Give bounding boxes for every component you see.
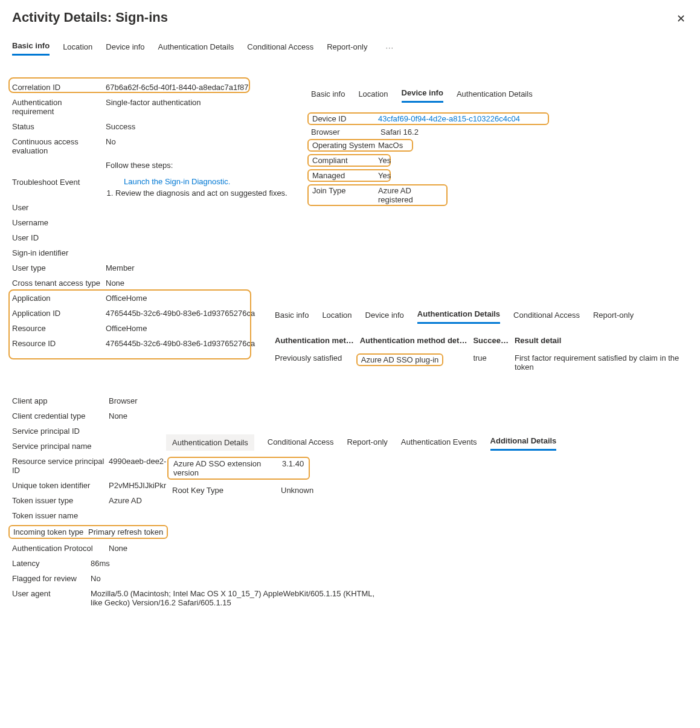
auth-tab-location[interactable]: Location xyxy=(322,308,352,323)
auth-details-table: Authentication met… Authentication metho… xyxy=(275,331,698,375)
auth-tab-report[interactable]: Report-only xyxy=(593,308,634,323)
label-application-id: Application ID xyxy=(12,309,106,318)
value-client-app: Browser xyxy=(109,396,688,405)
value-flagged: No xyxy=(91,574,688,583)
row-username: Username xyxy=(12,215,688,230)
device-info-panel: Basic info Location Device info Authenti… xyxy=(311,86,613,206)
label-os: Operating System xyxy=(312,141,378,150)
label-user-id: User ID xyxy=(12,233,106,242)
row-flagged: Flagged for review No xyxy=(12,571,688,586)
label-root-key-type: Root Key Type xyxy=(172,486,281,495)
label-status: Status xyxy=(12,122,106,131)
tab-report-only[interactable]: Report-only xyxy=(327,40,367,55)
value-cross-tenant: None xyxy=(106,279,688,288)
value-device-id[interactable]: 43cfaf69-0f94-4d2e-a815-c103226c4c04 xyxy=(378,114,544,123)
value-compliant: Yes xyxy=(378,156,391,165)
label-cross-tenant: Cross tenant access type xyxy=(12,279,106,288)
value-user-agent: Mozilla/5.0 (Macintosh; Intel Mac OS X 1… xyxy=(91,589,381,607)
row-client-app: Client app Browser xyxy=(12,393,688,408)
row-browser: Browser Safari 16.2 xyxy=(311,125,613,139)
value-application: OfficeHome xyxy=(106,294,688,303)
link-launch-diagnostic[interactable]: Launch the Sign-in Diagnostic. xyxy=(124,177,230,186)
label-sp-name: Service principal name xyxy=(12,442,109,451)
dev-tab-auth[interactable]: Authentication Details xyxy=(457,87,533,102)
addl-tab-additional-details[interactable]: Additional Details xyxy=(490,434,557,451)
label-resource-id: Resource ID xyxy=(12,339,106,348)
col-auth-method[interactable]: Authentication met… xyxy=(275,331,360,350)
dev-tab-location[interactable]: Location xyxy=(358,87,388,102)
label-uti: Unique token identifier xyxy=(12,481,109,490)
label-username: Username xyxy=(12,218,106,227)
label-device-id: Device ID xyxy=(312,114,378,123)
dev-tab-basic[interactable]: Basic info xyxy=(311,87,345,102)
col-auth-method-detail[interactable]: Authentication method det… xyxy=(360,331,474,350)
tab-basic-info[interactable]: Basic info xyxy=(12,39,50,56)
value-os: MacOs xyxy=(378,141,408,150)
auth-row-1: Previously satisfied Azure AD SSO plug-i… xyxy=(275,350,698,375)
dev-tab-device-info[interactable]: Device info xyxy=(402,86,443,103)
value-auth-protocol: None xyxy=(109,544,688,553)
close-button[interactable]: ✕ xyxy=(674,10,688,28)
label-auth-protocol: Authentication Protocol xyxy=(12,544,109,553)
addl-tab-auth-events[interactable]: Authentication Events xyxy=(401,435,477,450)
value-root-key-type: Unknown xyxy=(281,486,313,495)
row-user-agent: User agent Mozilla/5.0 (Macintosh; Intel… xyxy=(12,586,688,610)
auth-tab-auth[interactable]: Authentication Details xyxy=(417,307,500,324)
label-latency: Latency xyxy=(12,559,91,568)
auth-tab-ca[interactable]: Conditional Access xyxy=(513,308,580,323)
addl-tab-ca[interactable]: Conditional Access xyxy=(268,435,334,450)
row-cred-type: Client credential type None xyxy=(12,408,688,424)
col-succeeded[interactable]: Succee… xyxy=(473,331,515,350)
auth-tab-device[interactable]: Device info xyxy=(365,308,404,323)
label-sp-id: Service principal ID xyxy=(12,427,109,436)
additional-details-panel: Authentication Details Conditional Acces… xyxy=(166,434,589,497)
label-troubleshoot: Troubleshoot Event xyxy=(12,161,106,187)
value-user-type: Member xyxy=(106,263,688,272)
auth-tab-basic[interactable]: Basic info xyxy=(275,308,309,323)
tab-device-info[interactable]: Device info xyxy=(106,40,144,55)
label-user-agent: User agent xyxy=(12,589,91,598)
label-user: User xyxy=(12,203,106,212)
row-latency: Latency 86ms xyxy=(12,556,688,571)
tab-conditional-access[interactable]: Conditional Access xyxy=(247,40,313,55)
label-auth-requirement: Authentication requirement xyxy=(12,98,106,116)
value-browser: Safari 16.2 xyxy=(381,127,613,137)
col-result-detail[interactable]: Result detail xyxy=(515,331,698,350)
label-client-app: Client app xyxy=(12,396,109,405)
auth-details-panel: Basic info Location Device info Authenti… xyxy=(275,307,698,375)
cell-method-detail: Azure AD SSO plug-in xyxy=(356,353,444,366)
label-incoming-token: Incoming token type xyxy=(13,527,88,536)
addl-tab-report[interactable]: Report-only xyxy=(347,435,388,450)
value-sso-ext-version: 3.1.40 xyxy=(282,459,304,477)
row-issuer-name: Token issuer name xyxy=(12,508,688,523)
label-resource: Resource xyxy=(12,324,106,333)
value-join-type: Azure AD registered xyxy=(378,186,443,204)
label-flagged: Flagged for review xyxy=(12,574,91,583)
row-application: Application OfficeHome xyxy=(12,291,688,306)
value-incoming-token: Primary refresh token xyxy=(88,527,163,536)
row-cross-tenant: Cross tenant access type None xyxy=(12,275,688,291)
label-application: Application xyxy=(12,294,106,303)
label-sso-ext-version: Azure AD SSO extension version xyxy=(173,459,282,477)
page-title: Activity Details: Sign-ins xyxy=(12,10,168,25)
main-tabs: Basic info Location Device info Authenti… xyxy=(12,39,688,56)
label-join-type: Join Type xyxy=(312,186,378,204)
label-compliant: Compliant xyxy=(312,156,378,165)
label-rsp-id: Resource service principal ID xyxy=(12,457,109,475)
tabs-overflow-button[interactable]: ··· xyxy=(385,43,394,52)
tab-location[interactable]: Location xyxy=(63,40,92,55)
label-browser: Browser xyxy=(311,127,381,137)
label-cred-type: Client credential type xyxy=(12,411,109,420)
row-user-id: User ID xyxy=(12,230,688,245)
tab-authentication-details[interactable]: Authentication Details xyxy=(158,40,234,55)
cell-result: First factor requirement satisfied by cl… xyxy=(515,350,698,375)
row-user-type: User type Member xyxy=(12,260,688,275)
label-user-type: User type xyxy=(12,263,106,272)
value-managed: Yes xyxy=(378,171,391,180)
value-cred-type: None xyxy=(109,411,688,420)
label-cae: Continuous access evaluation xyxy=(12,137,106,155)
label-managed: Managed xyxy=(312,171,378,180)
label-correlation-id: Correlation ID xyxy=(12,83,106,92)
addl-tab-auth-details[interactable]: Authentication Details xyxy=(166,434,254,451)
row-auth-protocol: Authentication Protocol None xyxy=(12,541,688,556)
